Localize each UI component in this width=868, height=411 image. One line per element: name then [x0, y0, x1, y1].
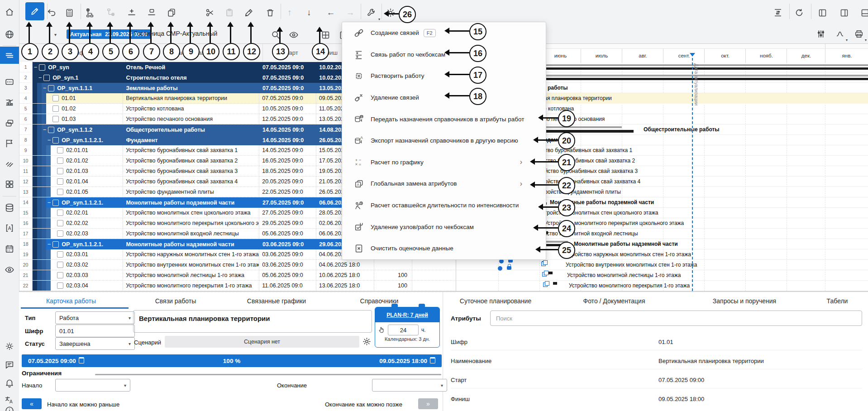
attributes-icon[interactable]: A: [0, 220, 19, 237]
menu-item-clear-estimate-data[interactable]: Очистить оценочные данные: [342, 238, 546, 259]
collapse-toggle[interactable]: −: [33, 64, 38, 71]
calendar-icon[interactable]: [0, 240, 19, 258]
collapse-toggle[interactable]: −: [46, 137, 52, 143]
cut-icon[interactable]: [202, 5, 218, 20]
plan-duration-header[interactable]: PLAN-R: 7 дней: [375, 307, 439, 322]
histogram-icon[interactable]: [0, 94, 19, 111]
row-checkbox[interactable]: [57, 230, 63, 237]
menu-item-create-links[interactable]: Создание связей F2: [342, 22, 546, 44]
constraint-start-select[interactable]: ▾: [55, 379, 130, 392]
table-row[interactable]: 2202.03.04Устройство монолитного перекры…: [19, 281, 456, 291]
hatch-icon[interactable]: [0, 155, 19, 172]
collapse-toggle[interactable]: −: [37, 75, 43, 81]
progress-bar[interactable]: 07.05.2025 09:00 100 % 09.05.2025 18:00: [22, 354, 442, 367]
eye-icon[interactable]: [0, 261, 19, 278]
menu-item-calc-by-schedule[interactable]: + −× = Расчет по графику ›: [342, 152, 546, 173]
layout-right-panel-icon[interactable]: [836, 5, 852, 20]
menu-item-delete-links[interactable]: Удаление связей: [342, 87, 546, 109]
layout-bottom-panel-icon[interactable]: [857, 5, 868, 20]
move-up-icon[interactable]: ↑: [282, 5, 297, 20]
collapse-toggle[interactable]: −: [46, 200, 52, 206]
menu-item-remaining-duration-by-intensity[interactable]: Расчет оставшейся длительности по интенс…: [342, 195, 546, 216]
row-checkbox[interactable]: [52, 95, 59, 101]
info-icon[interactable]: [0, 402, 19, 411]
row-checkbox[interactable]: [57, 178, 63, 185]
row-checkbox[interactable]: [57, 282, 63, 289]
insert-node-icon[interactable]: [82, 5, 98, 20]
row-checkbox[interactable]: [52, 241, 59, 248]
insert-subnode-icon[interactable]: [103, 5, 119, 20]
undo-icon[interactable]: [44, 5, 59, 20]
tools-wrench-icon[interactable]: ▾: [364, 5, 379, 20]
format-brush-icon[interactable]: [241, 5, 257, 20]
type-select[interactable]: Работа▾: [55, 311, 135, 324]
row-checkbox[interactable]: [57, 272, 63, 278]
table-row[interactable]: 2102.03.03Устройство монолитной лестницы…: [19, 270, 456, 281]
row-checkbox[interactable]: [48, 85, 54, 91]
tab-7[interactable]: Запросы и поручения: [713, 297, 776, 305]
tab-2[interactable]: Связи работы: [155, 297, 196, 305]
indent-icon[interactable]: →: [343, 5, 358, 20]
add-task-icon[interactable]: [124, 5, 139, 20]
move-down-icon[interactable]: ↓: [301, 5, 317, 20]
tab-8[interactable]: Табели: [827, 297, 848, 305]
row-checkbox[interactable]: [57, 220, 63, 226]
gantt-bar[interactable]: [506, 78, 868, 80]
tab-1[interactable]: Карточка работы: [46, 297, 96, 305]
curve-links-icon[interactable]: ▾: [832, 26, 848, 42]
collapse-toggle[interactable]: −: [46, 241, 52, 248]
gantt-bar[interactable]: [506, 67, 868, 70]
tab-5[interactable]: Суточное планирование: [460, 297, 531, 305]
code-input[interactable]: 01.01: [55, 325, 135, 337]
menu-item-global-attribute-replace[interactable]: A Глобальная замена атрибутов ›: [342, 173, 546, 195]
hours-input[interactable]: 24: [388, 325, 419, 335]
row-checkbox[interactable]: [52, 105, 59, 112]
view-dropdown-caret[interactable]: ▾: [54, 30, 57, 38]
tab-6[interactable]: Фото / Документация: [583, 297, 645, 305]
comments-icon[interactable]: [0, 356, 19, 373]
delete-icon[interactable]: [262, 5, 278, 20]
row-checkbox[interactable]: [52, 200, 59, 206]
duplicate-row-icon[interactable]: [144, 5, 159, 20]
gantt-bar[interactable]: [506, 64, 868, 66]
table-row[interactable]: 2002.03.02Устройство внутренних монолитн…: [19, 260, 456, 270]
flag-icon[interactable]: [0, 135, 19, 152]
menu-item-link-by-checkbox[interactable]: Связь работ по чекбоксам: [342, 44, 546, 66]
theme-icon[interactable]: [0, 338, 19, 355]
print-icon[interactable]: ▾: [851, 26, 867, 42]
version-badge[interactable]: Актуальная: [67, 29, 105, 39]
calendar-picker-icon[interactable]: [430, 357, 435, 363]
gantt-bar[interactable]: [506, 75, 868, 76]
board-icon[interactable]: [0, 73, 19, 91]
refresh-icon[interactable]: [792, 5, 807, 20]
gantt-settings-sliders-icon[interactable]: [813, 26, 829, 42]
constraint-end-select[interactable]: ▾: [372, 379, 447, 392]
menu-item-transfer-dictionary-assignments[interactable]: Передать назначения справочников в атриб…: [342, 108, 546, 130]
plan-duration-link[interactable]: PLAN-R: 7 дней: [386, 312, 428, 318]
row-checkbox[interactable]: [57, 189, 63, 195]
database-icon[interactable]: [0, 199, 19, 216]
asap-button[interactable]: «: [22, 398, 42, 409]
row-checkbox[interactable]: [43, 75, 50, 81]
modules-icon[interactable]: [0, 176, 19, 193]
row-checkbox[interactable]: [48, 127, 54, 133]
row-checkbox[interactable]: [57, 210, 63, 216]
row-checkbox[interactable]: [57, 147, 63, 153]
schedule-icon[interactable]: [0, 47, 19, 64]
scenario-settings-icon[interactable]: [362, 337, 372, 346]
row-checkbox[interactable]: [39, 64, 45, 71]
attributes-search-input[interactable]: Поиск: [490, 311, 862, 326]
work-name-input[interactable]: Вертикальная планировка территории: [133, 310, 372, 333]
calculator-icon[interactable]: [62, 5, 77, 20]
menu-item-export-dictionary-assignments[interactable]: A Экспорт назначений справочников в друг…: [342, 130, 546, 152]
row-checkbox[interactable]: [52, 116, 59, 122]
collapse-toggle[interactable]: −: [42, 127, 47, 133]
row-checkbox[interactable]: [57, 168, 63, 174]
layout-left-panel-icon[interactable]: [815, 5, 830, 20]
calendar-picker-icon[interactable]: [79, 357, 84, 363]
paste-icon[interactable]: [222, 5, 237, 20]
visibility-icon[interactable]: [286, 27, 301, 43]
row-checkbox[interactable]: [52, 137, 59, 143]
edit-mode-button[interactable]: [25, 2, 44, 20]
row-checkbox[interactable]: [57, 262, 63, 268]
